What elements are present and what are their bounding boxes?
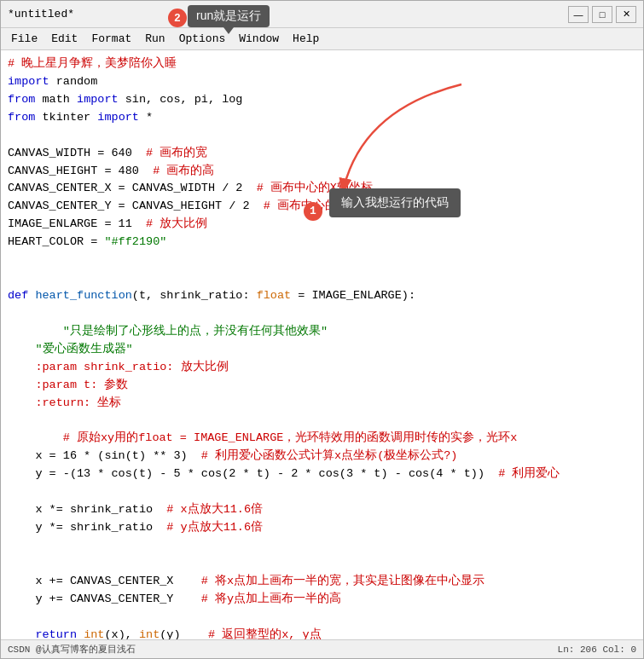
editor-area[interactable]: # 晚上星月争辉，美梦陪你入睡 import random from math …	[1, 50, 643, 639]
status-left: CSDN @认真写博客的夏目浅石	[8, 643, 136, 656]
status-bar: CSDN @认真写博客的夏目浅石 Ln: 206 Col: 0	[1, 639, 643, 658]
window-title: *untitled*	[8, 8, 74, 20]
badge-2: 2	[168, 9, 187, 27]
maximize-button[interactable]: □	[592, 6, 612, 23]
menu-run[interactable]: Run	[138, 31, 171, 47]
menu-edit[interactable]: Edit	[44, 31, 84, 47]
run-tooltip: run就是运行	[188, 5, 270, 27]
title-bar-controls: — □ ✕	[568, 6, 636, 23]
status-right: Ln: 206 Col: 0	[558, 645, 636, 655]
minimize-button[interactable]: —	[568, 6, 589, 23]
menu-bar: File Edit Format Run Options Window Help	[1, 28, 643, 50]
menu-file[interactable]: File	[4, 31, 44, 47]
menu-help[interactable]: Help	[286, 31, 326, 47]
title-bar: *untitled* — □ ✕ run就是运行 2	[1, 1, 643, 28]
main-window: *untitled* — □ ✕ run就是运行 2 File Edit For…	[0, 0, 644, 659]
code-content: # 晚上星月争辉，美梦陪你入睡 import random from math …	[8, 55, 636, 639]
code-container[interactable]: # 晚上星月争辉，美梦陪你入睡 import random from math …	[1, 50, 643, 639]
menu-format[interactable]: Format	[84, 31, 138, 47]
close-button[interactable]: ✕	[616, 6, 636, 23]
title-bar-left: *untitled*	[8, 8, 74, 20]
menu-window[interactable]: Window	[232, 31, 286, 47]
